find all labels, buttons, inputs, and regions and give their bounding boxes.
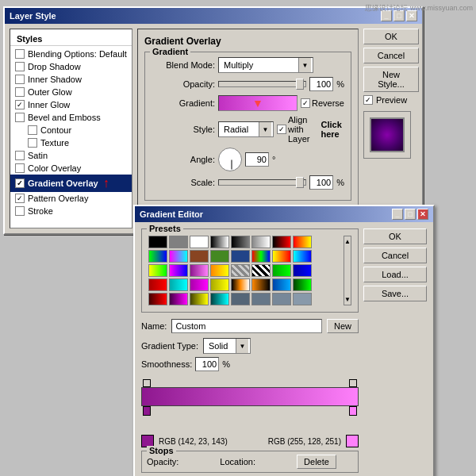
ge-load-button[interactable]: Load...: [363, 267, 427, 282]
opacity-stop-left[interactable]: [143, 379, 151, 387]
preset-item-25[interactable]: [169, 278, 188, 291]
preset-item-20[interactable]: [231, 264, 250, 277]
opacity-track[interactable]: [218, 81, 306, 87]
sidebar-item-inner-shadow[interactable]: Inner Shadow: [10, 73, 132, 86]
ge-save-button[interactable]: Save...: [363, 286, 427, 301]
preset-item-6[interactable]: [272, 236, 291, 248]
preset-item-14[interactable]: [272, 250, 291, 263]
outer-glow-checkbox[interactable]: [15, 87, 25, 97]
texture-checkbox[interactable]: [28, 138, 37, 148]
preset-item-21[interactable]: [251, 264, 271, 277]
right-swatch[interactable]: [346, 435, 359, 447]
preset-item-26[interactable]: [190, 278, 209, 291]
ge-cancel-button[interactable]: Cancel: [363, 248, 427, 263]
preset-item-18[interactable]: [190, 264, 209, 277]
preset-item-17[interactable]: [169, 264, 188, 277]
opacity-stop-right[interactable]: [349, 379, 357, 387]
preset-item-5[interactable]: [251, 236, 271, 248]
opacity-input[interactable]: [309, 77, 333, 91]
preview-checkbox[interactable]: [363, 95, 373, 105]
sidebar-item-texture[interactable]: Texture: [10, 136, 132, 149]
preset-item-2[interactable]: [190, 236, 209, 248]
contour-checkbox[interactable]: [28, 125, 37, 135]
preset-item-36[interactable]: [231, 293, 250, 305]
satin-checkbox[interactable]: [15, 151, 25, 160]
preset-item-37[interactable]: [251, 293, 271, 305]
preset-item-35[interactable]: [210, 293, 229, 305]
presets-scrollbar[interactable]: ▲ ▼: [344, 236, 351, 305]
ok-button[interactable]: OK: [363, 29, 419, 44]
sidebar-item-drop-shadow[interactable]: Drop Shadow: [10, 60, 132, 73]
scale-thumb[interactable]: [296, 177, 304, 188]
sidebar-item-outer-glow[interactable]: Outer Glow: [10, 86, 132, 98]
delete-stop-btn[interactable]: Delete: [297, 455, 336, 469]
preset-item-39[interactable]: [293, 293, 312, 305]
preset-item-12[interactable]: [231, 250, 250, 263]
scale-input[interactable]: [309, 175, 333, 190]
cancel-button[interactable]: Cancel: [363, 48, 419, 63]
preset-item-8[interactable]: [148, 250, 167, 263]
blending-checkbox[interactable]: [15, 49, 25, 59]
preset-item-19[interactable]: [210, 264, 229, 277]
scale-track[interactable]: [218, 179, 306, 186]
ge-minimize-btn[interactable]: _: [392, 209, 403, 220]
preset-item-24[interactable]: [148, 278, 167, 291]
scroll-up-btn[interactable]: ▲: [344, 238, 351, 245]
align-layer-checkbox[interactable]: [277, 125, 286, 134]
pattern-overlay-checkbox[interactable]: [15, 194, 25, 203]
scroll-down-btn[interactable]: ▼: [344, 296, 351, 303]
ge-maximize-btn[interactable]: □: [405, 209, 416, 220]
preset-item-15[interactable]: [293, 250, 312, 263]
preset-item-23[interactable]: [293, 264, 312, 277]
color-overlay-checkbox[interactable]: [15, 163, 25, 173]
ge-ok-button[interactable]: OK: [363, 228, 427, 244]
reverse-checkbox[interactable]: [301, 98, 310, 108]
preset-item-28[interactable]: [231, 278, 250, 291]
gradient-overlay-checkbox[interactable]: [15, 178, 25, 188]
sidebar-item-color-overlay[interactable]: Color Overlay: [10, 162, 132, 175]
preset-item-27[interactable]: [210, 278, 229, 291]
preset-item-9[interactable]: [169, 250, 188, 263]
sidebar-item-gradient-overlay[interactable]: Gradient Overlay ↑: [10, 175, 132, 192]
preset-item-13[interactable]: [251, 250, 271, 263]
preset-item-22[interactable]: [272, 264, 291, 277]
preset-item-29[interactable]: [251, 278, 271, 291]
preset-item-38[interactable]: [272, 293, 291, 305]
preset-item-10[interactable]: [190, 250, 209, 263]
preset-item-16[interactable]: [148, 264, 167, 277]
preset-item-34[interactable]: [190, 293, 209, 305]
bevel-emboss-checkbox[interactable]: [15, 113, 25, 122]
drop-shadow-checkbox[interactable]: [15, 62, 25, 71]
preset-item-32[interactable]: [148, 293, 167, 305]
blend-mode-select[interactable]: Multiply ▼: [218, 57, 313, 73]
sidebar-item-stroke[interactable]: Stroke: [10, 205, 132, 217]
preset-item-33[interactable]: [169, 293, 188, 305]
color-stop-left[interactable]: [143, 406, 151, 416]
gradient-picker[interactable]: ▼: [218, 95, 298, 111]
opacity-thumb[interactable]: [296, 79, 304, 90]
inner-shadow-checkbox[interactable]: [15, 75, 25, 84]
preset-item-1[interactable]: [169, 236, 188, 248]
sidebar-item-pattern-overlay[interactable]: Pattern Overlay: [10, 192, 132, 205]
color-stop-right[interactable]: [349, 406, 357, 416]
preset-item-31[interactable]: [293, 278, 312, 291]
preset-item-7[interactable]: [293, 236, 312, 248]
angle-widget[interactable]: [218, 148, 242, 171]
inner-glow-checkbox[interactable]: [15, 100, 25, 109]
gradient-type-select[interactable]: Solid ▼: [203, 338, 251, 354]
preset-item-11[interactable]: [210, 250, 229, 263]
stroke-checkbox[interactable]: [15, 206, 25, 216]
ge-close-btn[interactable]: ✕: [417, 209, 428, 220]
sidebar-item-satin[interactable]: Satin: [10, 149, 132, 162]
sidebar-item-bevel-emboss[interactable]: Bevel and Emboss: [10, 111, 132, 124]
preset-item-4[interactable]: [231, 236, 250, 248]
preset-item-30[interactable]: [272, 278, 291, 291]
style-select[interactable]: Radial ▼: [218, 121, 274, 137]
sidebar-item-contour[interactable]: Contour: [10, 124, 132, 136]
preset-item-0[interactable]: [148, 236, 167, 248]
name-input[interactable]: [171, 319, 322, 333]
new-gradient-btn[interactable]: New: [327, 319, 359, 333]
smoothness-input[interactable]: [195, 357, 219, 371]
sidebar-item-blending[interactable]: Blending Options: Default: [10, 48, 132, 60]
preset-item-3[interactable]: [210, 236, 229, 248]
